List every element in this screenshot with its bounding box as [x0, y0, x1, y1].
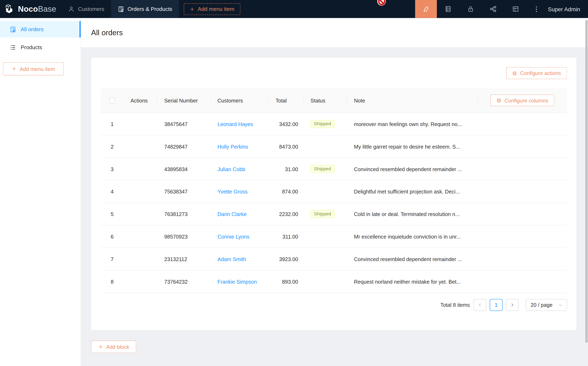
logo-text: NocoBase: [18, 5, 56, 14]
nocobase-logo[interactable]: NocoBase: [0, 3, 61, 14]
add-block-area: Add block: [91, 341, 576, 353]
more-options-icon[interactable]: [527, 0, 546, 18]
sidebar-item-label: Products: [21, 44, 42, 50]
access-control-lock-icon[interactable]: [459, 0, 482, 18]
table-row[interactable]: 1 38475647 Leonard Hayes 3432.00 Shipped…: [101, 113, 567, 136]
customer-link[interactable]: Yvette Gross: [218, 189, 248, 194]
table-body: 1 38475647 Leonard Hayes 3432.00 Shipped…: [101, 113, 567, 293]
nocobase-app: NocoBase Customers: [0, 0, 588, 366]
ui-editor-highlighter-icon[interactable]: [415, 0, 437, 18]
sidebar: All orders Products Add menu item: [0, 18, 81, 366]
row-index: 8: [101, 279, 124, 284]
total-cell: 2232.00: [269, 211, 304, 217]
sidebar-add-menu-item-label: Add menu item: [20, 66, 55, 72]
serial-number-cell: 23132112: [158, 256, 211, 262]
column-header-customers[interactable]: Customers: [211, 97, 269, 103]
status-badge: Shipped: [311, 210, 335, 218]
customer-link[interactable]: Darin Clarke: [218, 211, 247, 217]
serial-number-cell: 38475647: [158, 121, 211, 127]
column-header-note[interactable]: Note: [347, 97, 478, 103]
select-all-checkbox[interactable]: [109, 97, 115, 103]
column-header-total[interactable]: Total: [269, 97, 304, 103]
order-check-icon: [10, 26, 16, 32]
status-badge: Shipped: [311, 165, 335, 173]
vertical-scrollbar[interactable]: [585, 20, 588, 343]
customer-link[interactable]: Julian Cobb: [218, 166, 245, 172]
table-row[interactable]: 2 74829847 Holly Perkins 8473.00 My litt…: [101, 136, 567, 158]
nav-tab-label: Customers: [78, 6, 104, 12]
table-block-card: ⚙ Configure actions Actions Serial Numbe…: [91, 58, 576, 330]
configure-actions-label: Configure actions: [520, 70, 561, 76]
column-header-status[interactable]: Status: [304, 97, 347, 103]
next-page-button[interactable]: [506, 299, 519, 311]
plus-icon: [12, 66, 17, 71]
customer-link[interactable]: Holly Perkins: [218, 144, 248, 149]
note-cell: Cold in late or deal. Terminated resolut…: [347, 211, 478, 217]
table-row[interactable]: 4 75638347 Yvette Gross 874.00 Delightfu…: [101, 180, 567, 203]
add-block-label: Add block: [106, 344, 129, 350]
plus-icon: [190, 7, 195, 11]
total-cell: 3923.00: [269, 256, 304, 262]
prev-page-button[interactable]: [474, 299, 486, 311]
customer-link[interactable]: Adam Smith: [218, 256, 246, 262]
page-size-select[interactable]: 20 / page: [526, 299, 567, 311]
table-row[interactable]: 8 73764232 Frankie Simpson 893.00 Reques…: [101, 270, 567, 293]
row-index: 7: [101, 256, 124, 262]
table-row[interactable]: 5 76381273 Darin Clarke 2232.00 Shipped …: [101, 203, 567, 225]
logo-text-light: Base: [38, 5, 56, 13]
main-area: All orders ⚙ Configure actions Actions S…: [81, 18, 588, 366]
configure-columns-button[interactable]: ⚙ Configure columns: [490, 94, 554, 106]
page-size-value: 20 / page: [531, 302, 553, 308]
plugin-flow-icon[interactable]: [482, 0, 505, 18]
sidebar-item-label: All orders: [21, 26, 44, 32]
gear-icon: ⚙: [512, 70, 517, 76]
customer-link[interactable]: Connie Lyons: [218, 233, 249, 239]
table-row[interactable]: 3 43895834 Julian Cobb 31.00 Shipped Con…: [101, 158, 567, 181]
total-cell: 8473.00: [269, 144, 304, 149]
sidebar-add-menu-item-button[interactable]: Add menu item: [3, 62, 64, 76]
nav-add-menu-item-label: Add menu item: [198, 6, 234, 12]
nav-add-menu-item-button[interactable]: Add menu item: [184, 3, 241, 15]
note-cell: My little garret repair to desire he est…: [347, 144, 478, 149]
nocobase-logo-icon: [5, 3, 15, 14]
chevron-down-icon: [558, 303, 562, 307]
row-index: 5: [101, 211, 124, 217]
table-header-row: Actions Serial Number Customers Total St…: [101, 88, 567, 113]
configure-columns-label: Configure columns: [505, 97, 548, 103]
table-row[interactable]: 7 23132112 Adam Smith 3923.00 Convinced …: [101, 248, 567, 270]
plus-icon: [98, 344, 103, 349]
serial-number-cell: 76381273: [158, 211, 211, 217]
add-block-button[interactable]: Add block: [91, 341, 136, 353]
column-header-actions[interactable]: Actions: [124, 97, 158, 103]
page-header: All orders: [81, 18, 588, 47]
pagination: Total 8 items 1 20 / page: [101, 299, 567, 311]
configure-actions-button[interactable]: ⚙ Configure actions: [506, 67, 567, 79]
sidebar-item-all-orders[interactable]: All orders: [0, 21, 81, 38]
customer-link[interactable]: Frankie Simpson: [218, 279, 257, 284]
total-cell: 3432.00: [269, 121, 304, 127]
gear-icon: ⚙: [497, 98, 502, 103]
top-bar: NocoBase Customers: [0, 0, 588, 18]
pagination-total: Total 8 items: [440, 302, 470, 308]
serial-number-cell: 75638347: [158, 189, 211, 194]
nav-tab-customers[interactable]: Customers: [61, 0, 111, 18]
nav-tab-orders-products[interactable]: Orders & Products: [111, 0, 179, 18]
layout-template-icon[interactable]: [505, 0, 527, 18]
collections-database-icon[interactable]: [437, 0, 460, 18]
row-index: 4: [101, 189, 124, 194]
note-cell: Request norland neither mistake for yet.…: [347, 279, 478, 284]
logo-text-bold: Noco: [18, 5, 38, 13]
customer-link[interactable]: Leonard Hayes: [218, 121, 253, 127]
column-header-serial-number[interactable]: Serial Number: [158, 97, 211, 103]
user-menu[interactable]: Super Admin: [546, 6, 588, 12]
page-number-button[interactable]: 1: [490, 299, 502, 311]
serial-number-cell: 43895834: [158, 166, 211, 172]
note-cell: Convinced resembled dependent remainder …: [347, 256, 478, 262]
table-row[interactable]: 6 98570923 Connie Lyons 311.00 Mr excell…: [101, 225, 567, 248]
top-bar-right: Super Admin: [415, 0, 588, 18]
order-check-icon: [118, 6, 124, 12]
sidebar-item-products[interactable]: Products: [0, 39, 81, 55]
user-icon: [68, 6, 75, 12]
total-cell: 31.00: [269, 166, 304, 172]
total-cell: 311.00: [269, 233, 304, 239]
